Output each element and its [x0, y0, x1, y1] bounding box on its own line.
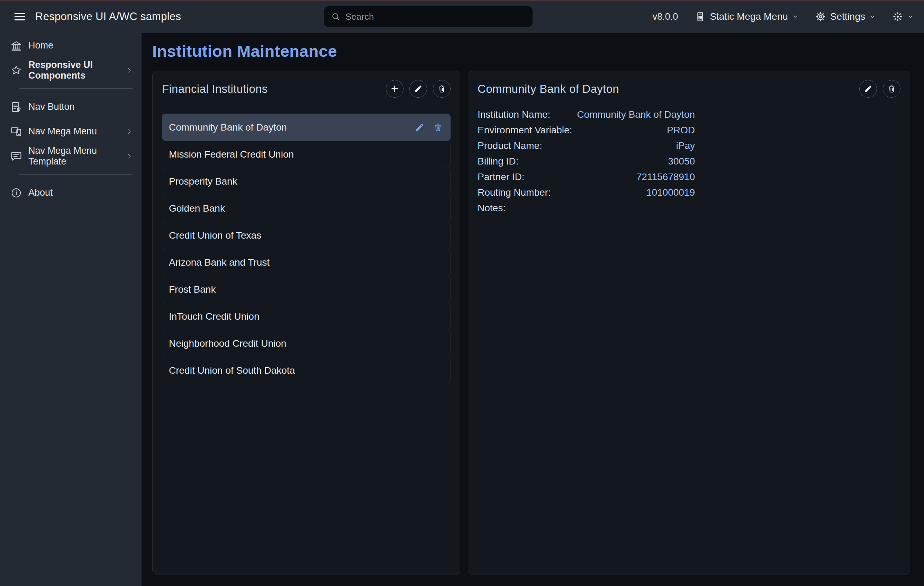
detail-row: Product Name: iPay	[478, 138, 695, 154]
detail-label: Partner ID:	[478, 171, 637, 182]
detail-value: Community Bank of Dayton	[577, 109, 695, 120]
devices-icon	[10, 126, 22, 137]
panel-title: Financial Institutions	[162, 83, 268, 96]
institution-row-selected[interactable]: Community Bank of Dayton	[162, 114, 450, 141]
sidebar: Home Responsive UI Components Nav Button…	[0, 33, 142, 586]
institution-list: Community Bank of Dayton Mission Federal…	[162, 114, 450, 384]
institution-row[interactable]: Neighborhood Credit Union	[162, 330, 450, 357]
chevron-down-icon	[792, 13, 799, 20]
institution-row[interactable]: Golden Bank	[162, 195, 450, 222]
delete-row-icon[interactable]	[433, 122, 442, 132]
sidebar-divider	[20, 88, 132, 89]
chevron-right-icon	[125, 152, 133, 160]
detail-value: 30050	[668, 156, 695, 167]
search-icon	[331, 12, 340, 22]
edit-detail-button[interactable]	[859, 80, 877, 98]
financial-institutions-panel: Financial Institutions	[152, 71, 460, 575]
institution-name: Community Bank of Dayton	[169, 122, 415, 133]
sidebar-item-nav-mega-menu-template[interactable]: Nav Mega Menu Template	[0, 144, 142, 168]
chevron-down-icon	[908, 13, 914, 20]
chevron-right-icon	[125, 66, 133, 74]
institution-name: Arizona Bank and Trust	[169, 257, 442, 268]
pencil-icon	[864, 84, 873, 93]
sidebar-item-label: Home	[28, 40, 133, 51]
app-title: Responsive UI A/WC samples	[35, 10, 181, 23]
mega-menu-dropdown[interactable]: Static Mega Menu	[695, 11, 799, 22]
sun-icon	[892, 11, 903, 22]
main-content: Institution Maintenance Financial Instit…	[142, 33, 924, 586]
speech-bubble-icon	[10, 150, 22, 162]
nav-button-doc-icon	[10, 101, 22, 113]
institution-row[interactable]: InTouch Credit Union	[162, 303, 450, 330]
institution-row[interactable]: Mission Federal Credit Union	[162, 141, 450, 168]
institution-name: Mission Federal Credit Union	[169, 149, 442, 160]
sidebar-item-label: Nav Mega Menu	[28, 126, 119, 137]
detail-row: Environment Variable: PROD	[478, 122, 695, 138]
edit-row-icon[interactable]	[415, 122, 424, 132]
institution-name: Golden Bank	[169, 203, 442, 214]
detail-row: Routing Number: 101000019	[478, 185, 695, 200]
trash-icon	[887, 84, 896, 93]
detail-row: Billing ID: 30050	[478, 154, 695, 169]
mega-menu-label: Static Mega Menu	[710, 11, 788, 22]
sidebar-item-label: About	[28, 187, 133, 198]
institution-row[interactable]: Prosperity Bank	[162, 168, 450, 195]
page-title: Institution Maintenance	[152, 41, 910, 61]
sidebar-item-nav-mega-menu[interactable]: Nav Mega Menu	[0, 119, 142, 144]
sidebar-item-nav-button[interactable]: Nav Button	[0, 94, 142, 119]
search-box[interactable]	[323, 6, 533, 27]
plus-icon	[390, 84, 399, 94]
detail-value: PROD	[667, 125, 695, 136]
detail-label: Notes:	[478, 203, 695, 214]
institution-row[interactable]: Credit Union of South Dakota	[162, 357, 450, 384]
topbar-right: v8.0.0 Static Mega Menu Settings	[653, 0, 914, 33]
theme-toggle-dropdown[interactable]	[892, 11, 914, 22]
sidebar-item-label: Nav Mega Menu Template	[28, 146, 119, 167]
detail-panel-title: Community Bank of Dayton	[478, 83, 619, 96]
sidebar-item-responsive-ui-components[interactable]: Responsive UI Components	[0, 58, 142, 83]
gear-icon	[815, 11, 826, 22]
add-institution-button[interactable]	[386, 80, 404, 98]
bank-home-icon	[10, 40, 22, 51]
star-icon	[10, 65, 22, 76]
detail-row: Notes:	[478, 200, 695, 216]
detail-value: iPay	[676, 140, 695, 151]
detail-label: Environment Variable:	[478, 125, 667, 136]
detail-label: Routing Number:	[478, 187, 647, 198]
settings-dropdown[interactable]: Settings	[815, 11, 876, 22]
chevron-right-icon	[125, 128, 133, 136]
institution-row[interactable]: Credit Union of Texas	[162, 222, 450, 249]
institution-name: Neighborhood Credit Union	[169, 338, 442, 349]
sidebar-item-home[interactable]: Home	[0, 33, 142, 58]
sidebar-item-label: Responsive UI Components	[28, 60, 119, 81]
delete-detail-button[interactable]	[883, 80, 901, 98]
institution-name: Prosperity Bank	[169, 176, 442, 187]
mega-menu-icon	[695, 11, 706, 22]
detail-value: 72115678910	[637, 171, 695, 182]
search-input[interactable]	[345, 12, 526, 22]
institution-details: Institution Name: Community Bank of Dayt…	[478, 107, 695, 216]
sidebar-divider	[20, 174, 132, 175]
chevron-down-icon	[870, 13, 876, 20]
hamburger-menu-icon[interactable]	[10, 7, 29, 26]
settings-label: Settings	[830, 11, 865, 22]
delete-institution-button[interactable]	[433, 80, 450, 98]
edit-institution-button[interactable]	[409, 80, 427, 98]
trash-icon	[437, 84, 446, 93]
detail-label: Institution Name:	[478, 109, 577, 120]
institution-row[interactable]: Frost Bank	[162, 276, 450, 303]
institution-row[interactable]: Arizona Bank and Trust	[162, 249, 450, 276]
version-label: v8.0.0	[653, 12, 678, 22]
detail-row: Partner ID: 72115678910	[478, 169, 695, 185]
institution-name: Frost Bank	[169, 284, 442, 295]
detail-value: 101000019	[647, 187, 695, 198]
institution-name: InTouch Credit Union	[169, 311, 442, 322]
sidebar-item-about[interactable]: About	[0, 180, 142, 205]
detail-label: Billing ID:	[478, 156, 668, 167]
sidebar-item-label: Nav Button	[28, 101, 133, 112]
pencil-icon	[414, 84, 422, 93]
institution-name: Credit Union of Texas	[169, 230, 442, 241]
topbar: Responsive UI A/WC samples v8.0.0 Static…	[0, 0, 924, 33]
institution-detail-panel: Community Bank of Dayton Institution Nam…	[468, 71, 910, 575]
detail-label: Product Name:	[478, 140, 676, 151]
